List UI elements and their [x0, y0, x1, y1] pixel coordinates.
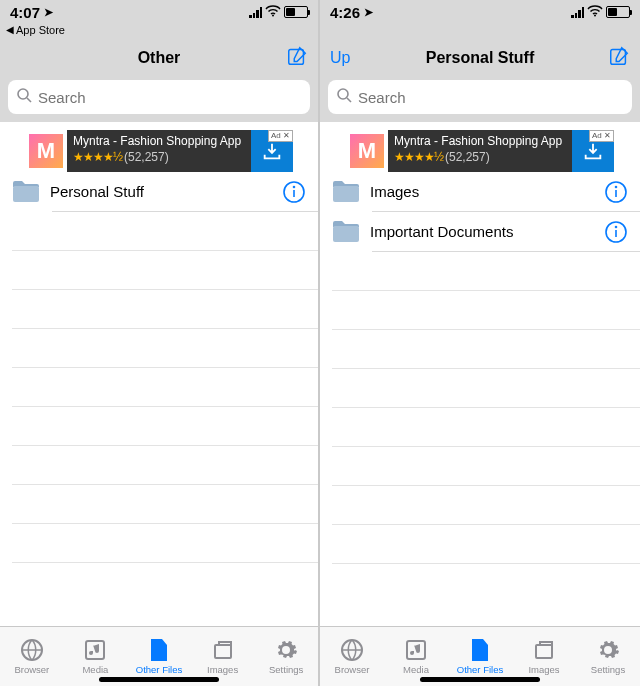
ad-count: (52,257): [445, 150, 490, 164]
file-icon: [146, 638, 172, 662]
nav-title: Personal Stuff: [380, 49, 580, 67]
clock: 4:07: [10, 4, 40, 21]
right-pane: 4:26 ➤ Up Personal Stuff: [320, 0, 640, 686]
nav-back[interactable]: Up: [330, 49, 380, 67]
svg-rect-15: [333, 186, 359, 202]
svg-point-22: [616, 226, 617, 227]
search-field[interactable]: [8, 80, 310, 114]
folder-name: Important Documents: [370, 223, 604, 240]
folder-list: Personal Stuff: [0, 172, 318, 626]
tab-label: Settings: [269, 664, 303, 675]
list-item[interactable]: Personal Stuff: [0, 172, 318, 211]
ad-logo: M: [25, 130, 67, 172]
svg-point-13: [338, 89, 348, 99]
folder-icon: [332, 221, 360, 243]
home-indicator[interactable]: [99, 677, 219, 682]
tab-label: Other Files: [457, 664, 503, 675]
tab-browser[interactable]: Browser: [0, 627, 64, 686]
svg-point-0: [272, 14, 274, 16]
ad-tag[interactable]: Ad ✕: [268, 130, 293, 142]
svg-point-7: [294, 186, 295, 187]
wifi-icon: [587, 5, 603, 20]
search-icon: [336, 87, 352, 107]
svg-rect-25: [536, 645, 552, 658]
folder-icon: [332, 181, 360, 203]
ad-title: Myntra - Fashion Shopping App: [73, 134, 245, 150]
svg-rect-10: [215, 645, 231, 658]
location-icon: ➤: [364, 6, 373, 19]
svg-rect-19: [333, 226, 359, 242]
search-icon: [16, 87, 32, 107]
status-bar: 4:26 ➤: [320, 0, 640, 24]
tab-label: Settings: [591, 664, 625, 675]
status-icons: [571, 5, 630, 20]
status-icons: [249, 5, 308, 20]
back-app-label: App Store: [16, 24, 65, 36]
nav-title: Other: [60, 49, 258, 67]
images-icon: [531, 638, 557, 662]
svg-point-2: [18, 89, 28, 99]
ad-tag[interactable]: Ad ✕: [589, 130, 614, 142]
nav-bar: Up Personal Stuff: [320, 40, 640, 76]
media-icon: [82, 638, 108, 662]
gear-icon: [273, 638, 299, 662]
tab-label: Other Files: [136, 664, 182, 675]
folder-icon: [12, 181, 40, 203]
left-pane: 4:07 ➤ ◀ App Store Other: [0, 0, 320, 686]
tab-label: Images: [207, 664, 238, 675]
search-input[interactable]: [358, 89, 624, 106]
folder-list: Images Important Documents: [320, 172, 640, 626]
tab-label: Images: [528, 664, 559, 675]
tab-settings[interactable]: Settings: [254, 627, 318, 686]
tab-label: Media: [82, 664, 108, 675]
cell-signal-icon: [571, 7, 584, 18]
back-to-app[interactable]: ◀ App Store: [0, 24, 318, 40]
folder-name: Images: [370, 183, 604, 200]
info-icon[interactable]: [604, 220, 628, 244]
battery-icon: [606, 6, 630, 18]
ad-banner[interactable]: M Myntra - Fashion Shopping App ★★★★½(52…: [25, 130, 293, 172]
globe-icon: [19, 638, 45, 662]
home-indicator[interactable]: [420, 677, 540, 682]
search-field[interactable]: [328, 80, 632, 114]
info-icon[interactable]: [604, 180, 628, 204]
compose-icon[interactable]: [608, 45, 630, 67]
location-icon: ➤: [44, 6, 53, 19]
ad-count: (52,257): [124, 150, 169, 164]
media-icon: [403, 638, 429, 662]
tab-label: Browser: [335, 664, 370, 675]
globe-icon: [339, 638, 365, 662]
list-item[interactable]: Images: [320, 172, 640, 211]
ad-title: Myntra - Fashion Shopping App: [394, 134, 566, 150]
tab-label: Media: [403, 664, 429, 675]
ad-stars: ★★★★½: [73, 150, 122, 164]
gear-icon: [595, 638, 621, 662]
svg-point-11: [594, 14, 596, 16]
svg-point-18: [616, 186, 617, 187]
compose-icon[interactable]: [286, 45, 308, 67]
tab-label: Browser: [14, 664, 49, 675]
search-input[interactable]: [38, 89, 302, 106]
svg-line-14: [347, 98, 351, 102]
svg-rect-4: [13, 186, 39, 202]
wifi-icon: [265, 5, 281, 20]
tab-settings[interactable]: Settings: [576, 627, 640, 686]
list-item[interactable]: Important Documents: [320, 212, 640, 251]
svg-line-3: [27, 98, 31, 102]
battery-icon: [284, 6, 308, 18]
images-icon: [210, 638, 236, 662]
tab-browser[interactable]: Browser: [320, 627, 384, 686]
cell-signal-icon: [249, 7, 262, 18]
file-icon: [467, 638, 493, 662]
folder-name: Personal Stuff: [50, 183, 282, 200]
status-bar: 4:07 ➤: [0, 0, 318, 24]
ad-stars: ★★★★½: [394, 150, 443, 164]
ad-logo: M: [346, 130, 388, 172]
back-caret-icon: ◀: [6, 24, 14, 35]
nav-bar: Other: [0, 40, 318, 76]
back-to-app: [320, 24, 640, 40]
clock: 4:26: [330, 4, 360, 21]
ad-banner[interactable]: M Myntra - Fashion Shopping App ★★★★½(52…: [346, 130, 614, 172]
info-icon[interactable]: [282, 180, 306, 204]
